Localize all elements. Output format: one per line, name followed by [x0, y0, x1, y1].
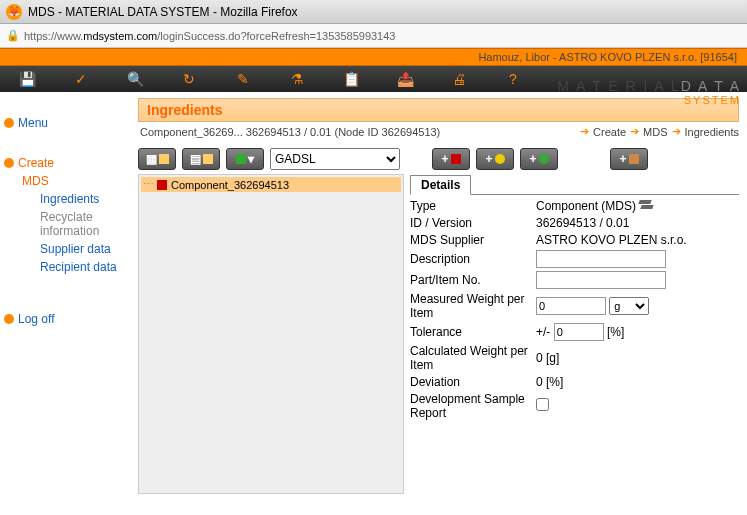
label-tolerance: Tolerance	[410, 325, 530, 339]
main-toolbar: 💾 ✓ 🔍 ↻ ✎ ⚗ 📋 📤 🖨 ? M A T E R I A LD A T…	[0, 66, 747, 92]
value-type: Component (MDS)	[536, 199, 636, 213]
collapse-button[interactable]: ▤	[182, 148, 220, 170]
edit-icon[interactable]: ✎	[216, 66, 270, 92]
breadcrumb-text: Component_36269... 362694513 / 0.01 (Nod…	[140, 126, 440, 138]
lock-icon: 🔒	[6, 29, 20, 42]
paste-button[interactable]: +	[610, 148, 648, 170]
add-yellow-button[interactable]: +	[476, 148, 514, 170]
firefox-icon: 🦊	[6, 4, 22, 20]
tolerance-input[interactable]	[554, 323, 604, 341]
measured-weight-input[interactable]	[536, 297, 606, 315]
user-info-text: Hamouz, Libor - ASTRO KOVO PLZEN s.r.o. …	[478, 51, 737, 63]
tree-node[interactable]: ⋯ Component_362694513	[141, 177, 401, 192]
user-info-bar: Hamouz, Libor - ASTRO KOVO PLZEN s.r.o. …	[0, 48, 747, 66]
url-bar[interactable]: 🔒 https://www.mdsystem.com/loginSuccess.…	[0, 24, 747, 48]
breadcrumb-create[interactable]: Create	[593, 126, 626, 138]
description-input[interactable]	[536, 250, 666, 268]
url-prefix: https://www.	[24, 30, 83, 42]
arrow-icon: ➔	[672, 125, 681, 138]
value-supplier: ASTRO KOVO PLZEN s.r.o.	[536, 233, 739, 247]
part-item-input[interactable]	[536, 271, 666, 289]
layers-icon	[639, 200, 653, 210]
sidebar-item-mds[interactable]: MDS	[22, 174, 126, 188]
details-panel: Details Type Component (MDS) ID / Versio…	[410, 174, 739, 494]
window-title: MDS - MATERIAL DATA SYSTEM - Mozilla Fir…	[28, 5, 298, 19]
value-calc-weight: 0 [g]	[536, 351, 739, 365]
tree-expand-icon[interactable]: ⋯	[143, 178, 153, 191]
value-id-version: 362694513 / 0.01	[536, 216, 739, 230]
save-icon[interactable]: 💾	[0, 66, 54, 92]
filter-select[interactable]: GADSL	[270, 148, 400, 170]
label-measured-weight: Measured Weight per Item	[410, 292, 530, 320]
sidebar-item-recipient[interactable]: Recipient data	[40, 260, 126, 274]
breadcrumb: Component_36269... 362694513 / 0.01 (Nod…	[138, 122, 739, 144]
label-supplier: MDS Supplier	[410, 233, 530, 247]
tree-node-label: Component_362694513	[171, 179, 289, 191]
arrow-icon: ➔	[580, 125, 589, 138]
help-icon[interactable]: ?	[486, 66, 540, 92]
arrow-icon: ➔	[630, 125, 639, 138]
label-part-item: Part/Item No.	[410, 273, 530, 287]
sidebar-item-recyclate[interactable]: Recyclate information	[40, 210, 126, 238]
window-titlebar: 🦊 MDS - MATERIAL DATA SYSTEM - Mozilla F…	[0, 0, 747, 24]
tab-details[interactable]: Details	[410, 175, 471, 195]
sidebar-item-ingredients[interactable]: Ingredients	[40, 192, 126, 206]
label-description: Description	[410, 252, 530, 266]
print-icon[interactable]: 🖨	[432, 66, 486, 92]
send-icon[interactable]: 📤	[378, 66, 432, 92]
breadcrumb-mds[interactable]: MDS	[643, 126, 667, 138]
add-green-button[interactable]: +	[520, 148, 558, 170]
check-icon[interactable]: ✓	[54, 66, 108, 92]
add-node-button[interactable]: ▾	[226, 148, 264, 170]
tolerance-unit: [%]	[607, 325, 624, 339]
label-dev-sample: Development Sample Report	[410, 392, 530, 420]
component-tree[interactable]: ⋯ Component_362694513	[138, 174, 404, 494]
sidebar-item-supplier[interactable]: Supplier data	[40, 242, 126, 256]
label-type: Type	[410, 199, 530, 213]
brand-logo: M A T E R I A LD A T A SYSTEM	[557, 78, 741, 106]
label-deviation: Deviation	[410, 375, 530, 389]
url-path: /loginSuccess.do?forceRefresh=1353585993…	[157, 30, 395, 42]
add-red-button[interactable]: +	[432, 148, 470, 170]
url-domain: mdsystem.com	[83, 30, 157, 42]
expand-button[interactable]: ▦	[138, 148, 176, 170]
value-deviation: 0 [%]	[536, 375, 739, 389]
component-icon	[157, 180, 167, 190]
sidebar-item-logoff[interactable]: Log off	[4, 312, 126, 326]
label-calc-weight: Calculated Weight per Item	[410, 344, 530, 372]
flask-icon[interactable]: ⚗	[270, 66, 324, 92]
copy-icon[interactable]: 📋	[324, 66, 378, 92]
dev-sample-checkbox[interactable]	[536, 398, 549, 411]
search-icon[interactable]: 🔍	[108, 66, 162, 92]
refresh-icon[interactable]: ↻	[162, 66, 216, 92]
tolerance-prefix: +/-	[536, 325, 550, 339]
label-id-version: ID / Version	[410, 216, 530, 230]
sidebar: Menu Create MDS Ingredients Recyclate in…	[0, 92, 130, 515]
weight-unit-select[interactable]: g	[609, 297, 649, 315]
sidebar-item-menu[interactable]: Menu	[4, 116, 126, 130]
tree-toolbar: ▦ ▤ ▾ GADSL + + + +	[138, 144, 739, 174]
breadcrumb-ingredients[interactable]: Ingredients	[685, 126, 739, 138]
sidebar-item-create[interactable]: Create	[4, 156, 126, 170]
content-area: Ingredients Component_36269... 362694513…	[130, 92, 747, 515]
